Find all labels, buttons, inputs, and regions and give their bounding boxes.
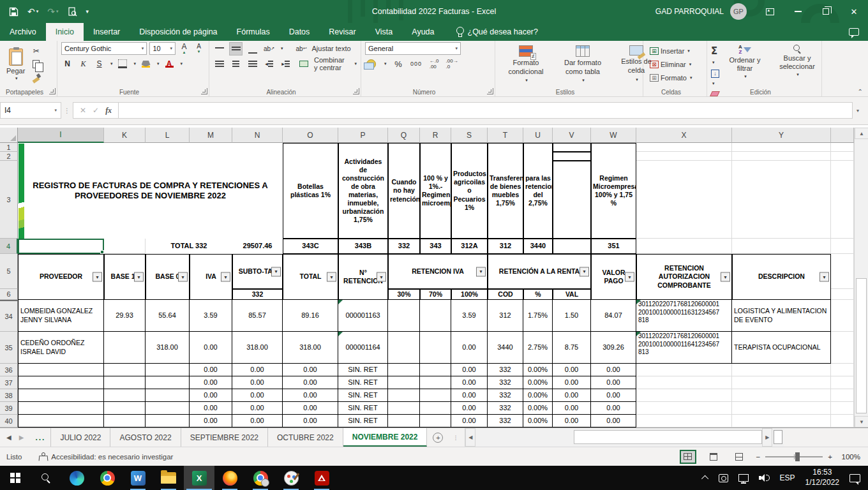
accessibility-checker[interactable]: Accesibilidad: es necesario investigar: [38, 452, 173, 461]
sort-filter-button[interactable]: AZ Ordenar y filtrar▾: [721, 43, 769, 86]
filter-button-K5[interactable]: ▾: [134, 272, 144, 282]
normal-view-button[interactable]: [680, 450, 696, 464]
align-top-icon[interactable]: [213, 43, 225, 55]
print-preview-icon[interactable]: [68, 7, 77, 17]
format-cells-button[interactable]: ⊞Formato▾: [648, 73, 693, 83]
cell-Y2[interactable]: [732, 152, 831, 161]
cell-L37[interactable]: [146, 376, 190, 389]
column-header-w[interactable]: W: [591, 128, 636, 143]
cell-L39[interactable]: [146, 402, 190, 415]
cell-O34[interactable]: 89.16: [283, 300, 338, 332]
horizontal-scrollbar-thumb[interactable]: [574, 430, 762, 444]
column-header-u[interactable]: U: [523, 128, 553, 143]
formula-input[interactable]: [119, 102, 853, 119]
cell-L38[interactable]: [146, 389, 190, 402]
align-middle-icon[interactable]: [230, 43, 242, 55]
fill-color-button[interactable]: [140, 58, 152, 70]
cell-R1[interactable]: 100 % y 1%.- Regimen microempresa: [420, 143, 451, 239]
decrease-decimal-button[interactable]: .00→.0: [446, 58, 458, 70]
cell-P40[interactable]: SIN. RET: [338, 415, 388, 427]
cell-O35[interactable]: 318.00: [283, 332, 338, 364]
cell-R40[interactable]: [420, 415, 451, 427]
cell-X1[interactable]: [636, 143, 732, 152]
taskbar-excel-icon[interactable]: X: [184, 466, 214, 490]
cell-U1[interactable]: para las retenciones del 2,75%: [523, 143, 553, 239]
taskbar-paint-icon[interactable]: [276, 466, 306, 490]
sheet-tab-septiembre-2022[interactable]: SEPTIEMBRE 2022: [181, 428, 268, 447]
copy-button[interactable]: [30, 59, 42, 70]
cell-R4[interactable]: 343: [420, 239, 451, 254]
prev-sheet-icon[interactable]: ◀: [6, 434, 11, 441]
align-bottom-icon[interactable]: [246, 43, 258, 55]
cell-U36[interactable]: 0.00%: [523, 364, 553, 376]
redo-button[interactable]: ↷▾: [47, 6, 58, 17]
cell-K39[interactable]: [104, 402, 146, 415]
cell-S36[interactable]: 0.00: [451, 364, 488, 376]
cell-W4[interactable]: 351: [591, 239, 636, 254]
row-header-39[interactable]: 39: [0, 402, 18, 415]
cell-M39[interactable]: 0.00: [190, 402, 232, 415]
taskbar-edge-icon[interactable]: [61, 466, 92, 490]
network-icon[interactable]: [738, 474, 749, 482]
cell-Z34[interactable]: [831, 300, 854, 332]
action-center-icon[interactable]: [849, 474, 860, 482]
cell-T37[interactable]: 332: [488, 376, 523, 389]
insert-cells-button[interactable]: ⊞Insertar▾: [648, 46, 693, 56]
increase-decimal-button[interactable]: ←.0.00: [428, 58, 440, 70]
taskbar-clock[interactable]: 16:53 1/12/2022: [805, 468, 839, 487]
restore-button[interactable]: [812, 0, 840, 23]
avatar[interactable]: GP: [730, 3, 747, 20]
cell-V36[interactable]: 0.00: [553, 364, 591, 376]
column-header-y[interactable]: Y: [732, 128, 831, 143]
zoom-slider-thumb[interactable]: [795, 452, 800, 461]
tell-me-search[interactable]: ¿Qué desea hacer?: [456, 23, 539, 41]
delete-cells-button[interactable]: ⊠Eliminar▾: [648, 59, 693, 70]
vertical-scrollbar-thumb[interactable]: [856, 278, 867, 413]
cell-R38[interactable]: [420, 389, 451, 402]
cell-O36[interactable]: 0.00: [283, 364, 338, 376]
cell-S35[interactable]: 0.00: [451, 332, 488, 364]
cell-Q34[interactable]: [388, 300, 420, 332]
save-icon[interactable]: [9, 7, 19, 17]
cell-V1[interactable]: [553, 143, 591, 152]
column-header-p[interactable]: P: [338, 128, 388, 143]
menu-tab-formulas[interactable]: Fórmulas: [227, 23, 280, 41]
cell-L35[interactable]: 318.00: [146, 332, 190, 364]
menu-tab-archivo[interactable]: Archivo: [0, 23, 46, 41]
cell-S4[interactable]: 312A: [451, 239, 488, 254]
filter-button-X5[interactable]: ▾: [721, 272, 730, 282]
cell-I35[interactable]: CEDEÑO ORDOÑEZ ISRAEL DAVID: [18, 332, 104, 364]
cell-O39[interactable]: 0.00: [283, 402, 338, 415]
italic-button[interactable]: K: [77, 58, 89, 70]
menu-tab-vista[interactable]: Vista: [366, 23, 403, 41]
cell-Q39[interactable]: [388, 402, 420, 415]
cell-Y35[interactable]: TERAPISTA OCUPACIONAL: [732, 332, 831, 364]
select-all-corner[interactable]: [0, 128, 18, 143]
cut-button[interactable]: ✂: [30, 45, 42, 56]
cell-M36[interactable]: 0.00: [190, 364, 232, 376]
column-header-v[interactable]: V: [553, 128, 591, 143]
cell-V38[interactable]: 0.00: [553, 389, 591, 402]
alignment-dialog-launcher[interactable]: [353, 88, 359, 94]
cell-P34[interactable]: 000001163: [338, 300, 388, 332]
cell-U35[interactable]: 2.75%: [523, 332, 553, 364]
bold-button[interactable]: N: [61, 58, 73, 70]
cell-N36[interactable]: 0.00: [232, 364, 283, 376]
cell-R34[interactable]: [420, 300, 451, 332]
cell-X39[interactable]: [636, 402, 732, 415]
cell-L4[interactable]: TOTAL 332: [146, 239, 232, 254]
cell-T4[interactable]: 312: [488, 239, 523, 254]
taskbar-word-icon[interactable]: W: [123, 466, 153, 490]
cell-S39[interactable]: 0.00: [451, 402, 488, 415]
cell-W34[interactable]: 84.07: [591, 300, 636, 332]
page-break-view-button[interactable]: [731, 450, 747, 464]
cell-R35[interactable]: [420, 332, 451, 364]
taskbar-explorer-icon[interactable]: [153, 466, 184, 490]
cell-K40[interactable]: [104, 415, 146, 427]
collapse-ribbon-icon[interactable]: ⌃: [858, 88, 863, 95]
menu-tab-disposicion-de-pagina[interactable]: Disposición de página: [130, 23, 227, 41]
cell-O38[interactable]: 0.00: [283, 389, 338, 402]
zoom-out-button[interactable]: −: [756, 453, 761, 461]
paste-button[interactable]: Pegar ▾: [3, 43, 29, 86]
customize-qat-icon[interactable]: ▾: [86, 8, 89, 15]
